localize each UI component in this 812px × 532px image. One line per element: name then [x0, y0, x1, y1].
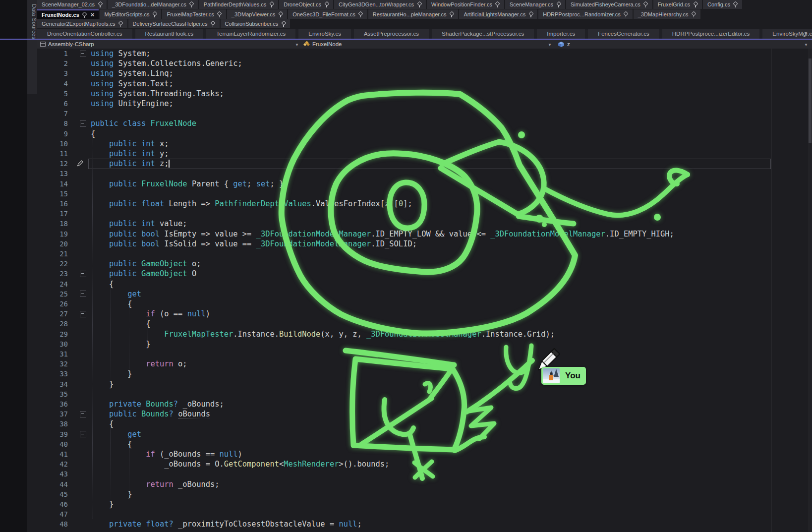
chevron-down-icon[interactable]: ▼	[804, 40, 808, 49]
document-tab[interactable]: ShaderPackage...stProcessor.cs	[432, 29, 534, 39]
document-tab[interactable]: DroneObject.cs	[279, 0, 333, 9]
fold-collapse-icon[interactable]	[80, 311, 86, 317]
document-tab[interactable]: WindowPositionFinder.cs	[427, 0, 504, 9]
line-number: 16	[37, 200, 76, 208]
code-line: 39 get	[37, 429, 812, 439]
tab-label: DroneOrientationController.cs	[47, 31, 122, 37]
fold-collapse-icon[interactable]	[80, 431, 86, 437]
document-tab[interactable]: DeliverySurfaceClassHelper.cs	[128, 19, 220, 28]
pin-icon[interactable]	[693, 1, 697, 7]
pin-icon[interactable]	[269, 1, 274, 7]
pin-icon[interactable]	[324, 1, 329, 7]
code-line: 16 public float Length => PathfinderDept…	[37, 199, 812, 209]
document-tab[interactable]: TerrainLayerRandomizer.cs	[206, 29, 295, 39]
vertical-scrollbar[interactable]	[808, 49, 812, 532]
data-sources-vertical-tab[interactable]: Data Sources	[27, 0, 37, 94]
code-text: if (_oBounds == null)	[91, 449, 242, 459]
pin-icon[interactable]	[211, 21, 215, 27]
document-tab[interactable]: Importer.cs	[537, 29, 585, 39]
fold-collapse-icon[interactable]	[80, 271, 86, 277]
pin-icon[interactable]	[643, 1, 648, 7]
breadcrumb-type[interactable]: FruxelNode	[303, 40, 342, 49]
code-text: if (o == null)	[91, 309, 210, 319]
tab-label: FruxelGrid.cs	[658, 1, 690, 7]
pin-icon[interactable]	[118, 21, 123, 27]
document-tab[interactable]: FencesGenerator.cs	[588, 29, 659, 39]
document-tab[interactable]: AssetPreprocessor.cs	[354, 29, 429, 39]
pin-icon[interactable]	[281, 21, 286, 27]
document-tab[interactable]: EnviroSky.cs	[298, 29, 351, 39]
pin-icon[interactable]	[624, 11, 628, 17]
document-tab[interactable]: PathfinderDepthValues.cs	[199, 0, 278, 9]
pin-icon[interactable]	[189, 1, 194, 7]
document-tab[interactable]: SceneManager_02.cs	[37, 0, 107, 9]
code-line: 29 FruxelMapTester.Instance.BuildNode(x,…	[37, 329, 812, 339]
document-tab[interactable]: SimulatedFisheyeCamera.cs	[566, 0, 652, 9]
code-line: 27 if (o == null)	[37, 309, 812, 319]
tab-label: _3DFoundatio...delManager.cs	[112, 1, 186, 7]
document-tab[interactable]: _3DMapHierarchy.cs	[634, 9, 700, 19]
code-text: public class FruxelNode	[91, 118, 196, 128]
pin-icon[interactable]	[495, 1, 500, 7]
pin-icon[interactable]	[528, 11, 533, 17]
document-tab[interactable]: FruxelGrid.cs	[653, 0, 702, 9]
document-tab[interactable]: OneSec3D_FileFormat.cs	[288, 9, 367, 19]
code-text: public int y;	[91, 149, 169, 159]
pin-icon[interactable]	[217, 11, 222, 17]
document-tab[interactable]: SceneManager.cs	[505, 0, 565, 9]
code-line: 35	[37, 389, 812, 399]
code-text: public int value;	[91, 219, 187, 229]
navigation-bar: Assembly-CSharp ▼ FruxelNode ▼ z ▼	[37, 40, 812, 49]
fold-collapse-icon[interactable]	[80, 51, 86, 57]
code-line: 36 private Bounds? _oBounds;	[37, 399, 812, 409]
chevron-down-icon[interactable]: ▼	[295, 40, 299, 49]
line-number: 22	[37, 260, 76, 268]
chevron-down-icon[interactable]: ▼	[548, 40, 552, 49]
scrollbar-thumb[interactable]	[809, 59, 812, 143]
document-tab[interactable]: Generator2ExportMapTools.cs	[37, 19, 127, 28]
pin-icon[interactable]	[556, 1, 561, 7]
fold-collapse-icon[interactable]	[80, 291, 86, 297]
close-icon[interactable]: ×	[91, 12, 95, 17]
pin-icon[interactable]	[449, 11, 454, 17]
tab-overflow-icon[interactable]: ▼	[804, 31, 808, 36]
code-editor[interactable]: 1using System;2using System.Collections.…	[37, 49, 812, 532]
pin-icon[interactable]	[692, 11, 696, 17]
line-number: 37	[37, 410, 76, 418]
document-tab[interactable]: CollisionSubscriber.cs	[221, 19, 290, 28]
document-tab[interactable]: Config.cs	[703, 0, 742, 9]
line-number: 48	[37, 520, 76, 528]
code-line: 45 }	[37, 489, 812, 499]
pin-icon[interactable]	[152, 11, 157, 17]
document-tab[interactable]: FruxelMapTester.cs	[162, 9, 226, 19]
document-tab[interactable]: _3DMapViewer.cs	[227, 9, 287, 19]
document-tab[interactable]: CityGen3DGen...torWrapper.cs	[334, 0, 426, 9]
pin-icon[interactable]	[417, 1, 421, 7]
pin-icon[interactable]	[98, 1, 102, 7]
document-tab[interactable]: RestaurantHo...pleManager.cs	[368, 9, 459, 19]
document-tab[interactable]: HDRPPostproce...izerEditor.cs	[662, 29, 760, 39]
fold-collapse-icon[interactable]	[80, 120, 86, 127]
pin-icon[interactable]	[358, 11, 363, 17]
breadcrumb-member[interactable]: z	[558, 40, 570, 49]
line-number: 24	[37, 280, 76, 288]
document-tab[interactable]: MyEditorScripts.cs	[100, 9, 161, 19]
code-line: 42 _oBounds = O.GetComponent<MeshRendere…	[37, 459, 812, 469]
code-text: public bool IsEmpty => value >= _3DFound…	[91, 229, 674, 239]
document-tab[interactable]: RestaurantHook.cs	[135, 29, 204, 39]
document-tab[interactable]: DroneOrientationController.cs	[37, 29, 132, 39]
code-line: 19 public bool IsEmpty => value >= _3DFo…	[37, 229, 812, 239]
line-number: 17	[37, 210, 76, 218]
code-text: {	[91, 299, 132, 309]
code-line: 20 public bool IsSolid => value == _3DFo…	[37, 239, 812, 249]
document-tab[interactable]: _3DFoundatio...delManager.cs	[108, 0, 198, 9]
document-tab[interactable]: ArtificialLightsManager.cs	[459, 9, 537, 19]
pin-icon[interactable]	[733, 1, 738, 7]
breadcrumb-project[interactable]: Assembly-CSharp	[40, 40, 94, 49]
pin-icon[interactable]	[278, 11, 283, 17]
line-number: 42	[37, 460, 76, 468]
document-tab[interactable]: FruxelNode.cs×	[37, 9, 99, 19]
document-tab[interactable]: HDRPPostproc...Randomizer.cs	[538, 9, 633, 19]
pin-icon[interactable]	[82, 12, 87, 18]
fold-collapse-icon[interactable]	[80, 411, 86, 417]
